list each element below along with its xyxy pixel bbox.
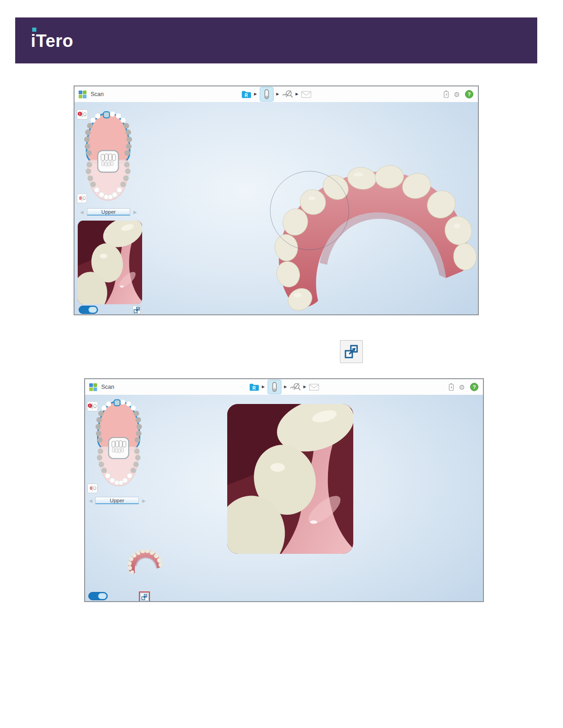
camera-viewfinder-small [78,221,142,304]
scan-canvas[interactable]: ! ◀ Upper ▶ [85,395,483,601]
workflow-arrow-icon: ▶ [296,92,299,96]
intraoral-camera-image [78,221,142,304]
restorative-tooth-button[interactable] [77,193,87,203]
expand-view-icon [344,344,359,359]
enlarge-viewfinder-button[interactable] [132,306,141,314]
send-step-icon[interactable] [309,384,319,391]
workflow-arrow-icon: ▶ [276,92,279,96]
arch-selector[interactable]: Upper [87,208,130,216]
document-page: iTero Scan R ▶ ▶ ▶ [0,0,563,728]
apps-grid-icon[interactable] [89,383,97,391]
camera-viewfinder-large [227,404,353,554]
help-icon[interactable]: ? [470,383,478,391]
next-arch-chevron[interactable]: ▶ [142,499,146,503]
toolbar-right: ⚙ ? [443,86,473,102]
send-step-icon[interactable] [301,91,311,98]
restorative-tooth-button[interactable] [87,483,98,493]
tooth-pair-icon [78,195,86,202]
workflow-arrow-icon: ▶ [304,385,306,389]
enlarge-viewfinder-button[interactable] [140,593,149,601]
color-toggle-switch[interactable] [79,306,98,314]
enlarge-button-highlight [139,592,150,601]
itero-logo: iTero [31,28,91,54]
battery-icon [443,90,449,98]
toggle-knob [88,307,97,313]
screenshot-scan-model-view: Scan R ▶ ▶ ▶ ⚙ ? [74,85,479,315]
logo-text: iTero [31,31,74,51]
settings-gear-icon[interactable]: ⚙ [454,91,460,98]
toolbar-right: ⚙ ? [448,379,478,395]
patient-record-icon[interactable]: R [249,383,259,391]
expand-view-icon [141,594,148,600]
screen-title: Scan [101,384,115,390]
record-letter: R [252,386,256,391]
arch-label: Upper [110,498,124,503]
workflow-arrow-icon: ▶ [284,385,287,389]
workflow-bar: R ▶ ▶ ▶ [249,379,319,395]
scan-toolbar: Scan R ▶ ▶ ▶ ⚙ ? [85,379,483,395]
scanner-wand-icon [271,382,277,392]
enlarge-view-toggle-button[interactable] [340,340,363,363]
workflow-bar: R ▶ ▶ ▶ [241,86,311,102]
scanner-wand-icon [263,89,270,99]
scan-step-active[interactable] [259,87,273,102]
view-step-icon[interactable] [290,382,301,392]
workflow-arrow-icon: ▶ [254,92,257,96]
workflow-arrow-icon: ▶ [262,385,264,389]
scanner-position-circle [270,171,349,250]
next-arch-chevron[interactable]: ▶ [133,210,137,215]
settings-gear-icon[interactable]: ⚙ [459,384,465,391]
patient-record-icon[interactable]: R [241,91,251,98]
expand-view-icon [133,307,140,313]
prev-arch-chevron[interactable]: ◀ [80,210,84,215]
toolbar-left: Scan [89,379,115,395]
arch-label: Upper [101,209,115,215]
scan-toolbar: Scan R ▶ ▶ ▶ ⚙ ? [75,86,478,102]
jaw-navigation-diagram[interactable] [80,108,136,205]
upper-arch-3d-model-thumbnail[interactable] [124,543,163,579]
toolbar-left: Scan [79,86,104,102]
arch-selector[interactable]: Upper [95,497,139,504]
color-toggle-switch[interactable] [88,592,108,600]
itero-banner: iTero [15,17,537,63]
tooth-pair-icon [88,485,97,492]
scan-canvas[interactable]: ! ◀ Upper ▶ [75,102,478,314]
screen-title: Scan [91,91,104,97]
view-step-icon[interactable] [282,90,293,99]
intraoral-camera-image [227,404,353,554]
record-letter: R [244,93,248,98]
scan-step-active[interactable] [267,380,281,394]
battery-icon [448,383,454,391]
help-icon[interactable]: ? [465,90,473,98]
prev-arch-chevron[interactable]: ◀ [89,499,92,503]
screenshot-enlarged-viewfinder: Scan R ▶ ▶ ▶ ⚙ ? [84,378,484,602]
apps-grid-icon[interactable] [79,91,86,98]
jaw-navigation-diagram[interactable] [92,397,146,490]
toggle-knob [98,593,107,599]
